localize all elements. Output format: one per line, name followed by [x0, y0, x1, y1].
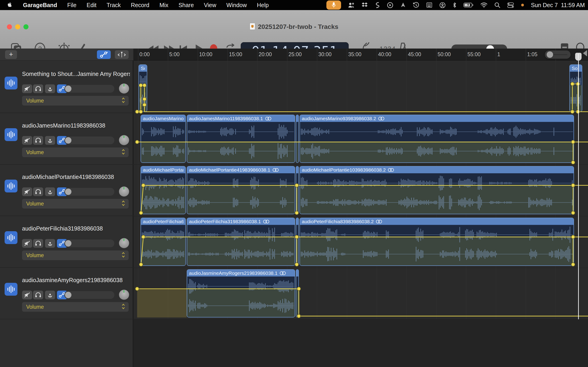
solo-button[interactable]: [33, 187, 43, 196]
automation-parameter-dropdown[interactable]: Volume: [22, 148, 129, 157]
control-center-icon[interactable]: [507, 2, 514, 8]
spotlight-icon[interactable]: [494, 2, 500, 8]
automation-parameter-dropdown[interactable]: Volume: [22, 250, 129, 260]
track-header-2[interactable]: audioJamesMarino11983986038 Volume: [0, 113, 133, 165]
mute-button[interactable]: [22, 239, 32, 248]
accessibility-icon[interactable]: [439, 2, 446, 8]
track-volume-thumb[interactable]: [65, 137, 71, 144]
input-monitoring-button[interactable]: [45, 136, 55, 145]
solo-button[interactable]: [33, 291, 43, 299]
audio-region[interactable]: audioMichaelPortantie103983986038.2: [300, 166, 574, 214]
automation-parameter-dropdown[interactable]: Volume: [22, 199, 129, 209]
menu-track[interactable]: Track: [107, 2, 121, 8]
split-playhead-button[interactable]: [115, 50, 129, 59]
audio-region[interactable]: audioPeterFilichia62: [141, 218, 186, 266]
arrange-area[interactable]: So So audioJamesMarino5 audioJamesMarino…: [134, 60, 588, 319]
mute-button[interactable]: [22, 291, 32, 299]
track-volume-slider[interactable]: [64, 85, 114, 93]
track-header-4[interactable]: audioPeterFilichia31983986038 Volume: [0, 216, 133, 268]
track-volume-slider[interactable]: [64, 188, 114, 196]
pan-knob[interactable]: [119, 238, 129, 248]
battery-icon[interactable]: [464, 2, 474, 8]
automation-parameter-dropdown[interactable]: Volume: [22, 302, 129, 312]
track-header-1[interactable]: Something to Shout...Jasmine Amy Rogers …: [0, 61, 133, 113]
timeline-ruler[interactable]: 0:00 5:00 10:00 15:00 20:00 25:00 30:00 …: [134, 49, 588, 60]
wifi-icon[interactable]: [481, 2, 487, 8]
automation-parameter-label: Volume: [26, 201, 44, 207]
show-automation-button[interactable]: [97, 50, 111, 59]
pan-knob[interactable]: [119, 135, 129, 145]
shortcuts-icon[interactable]: [375, 2, 380, 8]
pan-knob[interactable]: [119, 83, 129, 94]
input-monitoring-button[interactable]: [45, 187, 55, 196]
solo-button[interactable]: [33, 84, 43, 93]
audio-region[interactable]: audioMichaelPortantie41983986038.1: [187, 166, 295, 214]
region-label: audioPeterFilichia62: [143, 219, 183, 224]
audio-region-sliver[interactable]: [296, 166, 299, 214]
horizontal-zoom-slider[interactable]: [545, 50, 571, 59]
dropbox-icon[interactable]: [362, 2, 368, 8]
track-volume-thumb[interactable]: [65, 240, 71, 247]
track-name[interactable]: audioPeterFilichia31983986038: [22, 225, 130, 232]
audio-region[interactable]: audioJasmineAmyRogers21983986038.1: [187, 269, 295, 317]
menu-help[interactable]: Help: [257, 2, 269, 8]
automation-parameter-dropdown[interactable]: Volume: [22, 96, 129, 106]
input-monitoring-button[interactable]: [45, 84, 55, 93]
audio-region[interactable]: So: [138, 65, 147, 112]
input-monitoring-button[interactable]: [45, 291, 55, 299]
audio-region[interactable]: audioPeterFilichia83983986038.2: [300, 218, 574, 266]
audio-region-sliver[interactable]: [296, 115, 299, 163]
playhead-handle[interactable]: [575, 53, 582, 60]
time-machine-icon[interactable]: [413, 2, 419, 8]
menu-window[interactable]: Window: [226, 2, 247, 8]
track-volume-slider[interactable]: [64, 291, 114, 299]
audio-region[interactable]: audioPeterFilichia31983986038.1: [187, 218, 295, 266]
track-name[interactable]: audioMichaelPortantie41983986038: [22, 174, 130, 180]
apple-menu-icon[interactable]: [8, 2, 13, 8]
fan-icon[interactable]: [400, 2, 406, 8]
track-volume-thumb[interactable]: [65, 85, 71, 92]
bluetooth-icon[interactable]: [452, 2, 457, 8]
zoom-slider-knob[interactable]: [547, 51, 553, 58]
track-name[interactable]: audioJamesMarino11983986038: [22, 122, 130, 129]
solo-button[interactable]: [33, 136, 43, 145]
audio-region-sliver[interactable]: [296, 269, 299, 317]
track-name[interactable]: audioJasmineAmyRogers21983986038: [22, 277, 130, 284]
track-volume-slider[interactable]: [64, 136, 114, 144]
audio-region[interactable]: So: [569, 65, 582, 112]
menu-record[interactable]: Record: [131, 2, 149, 8]
mute-button[interactable]: [22, 84, 32, 93]
track-volume-thumb[interactable]: [65, 292, 71, 298]
track-header-3[interactable]: audioMichaelPortantie41983986038 Volume: [0, 165, 133, 216]
audio-region-sliver[interactable]: [296, 218, 299, 266]
menu-app-name[interactable]: GarageBand: [23, 2, 57, 8]
ruler-label: 5:00: [169, 51, 180, 58]
mute-button[interactable]: [22, 187, 32, 196]
audio-region[interactable]: audioMichaelPortan: [141, 166, 186, 214]
menu-mix[interactable]: Mix: [159, 2, 168, 8]
solo-button[interactable]: [33, 239, 43, 248]
menu-edit[interactable]: Edit: [86, 2, 96, 8]
play-circle-icon[interactable]: [387, 2, 393, 8]
track-name[interactable]: Something to Shout...Jasmine Amy Rogers: [22, 71, 130, 77]
pan-knob[interactable]: [119, 290, 129, 300]
mute-button[interactable]: [22, 136, 32, 145]
track-header-5[interactable]: audioJasmineAmyRogers21983986038 Volume: [0, 268, 133, 319]
audio-region[interactable]: audioJamesMarino11983986038.1: [187, 115, 295, 163]
pan-knob[interactable]: [119, 186, 129, 197]
microphone-active-icon[interactable]: [326, 0, 341, 10]
audio-region[interactable]: audioJamesMarino5: [141, 115, 186, 163]
audio-region[interactable]: audioJamesMarino93983986038.2: [300, 115, 574, 163]
keyboard-icon[interactable]: [426, 2, 432, 8]
user-switcher-icon[interactable]: [348, 2, 355, 8]
menubar-clock[interactable]: Sun Dec 7 11:59 AM: [531, 2, 585, 8]
menu-file[interactable]: File: [67, 2, 77, 8]
menu-view[interactable]: View: [204, 2, 216, 8]
add-track-button[interactable]: +: [5, 50, 17, 59]
ruler-label: 1:05: [527, 51, 537, 58]
input-monitoring-button[interactable]: [45, 239, 55, 248]
menu-share[interactable]: Share: [179, 2, 194, 8]
scroll-arrow-icon[interactable]: [583, 50, 587, 56]
track-volume-thumb[interactable]: [65, 189, 71, 195]
track-volume-slider[interactable]: [64, 240, 114, 247]
